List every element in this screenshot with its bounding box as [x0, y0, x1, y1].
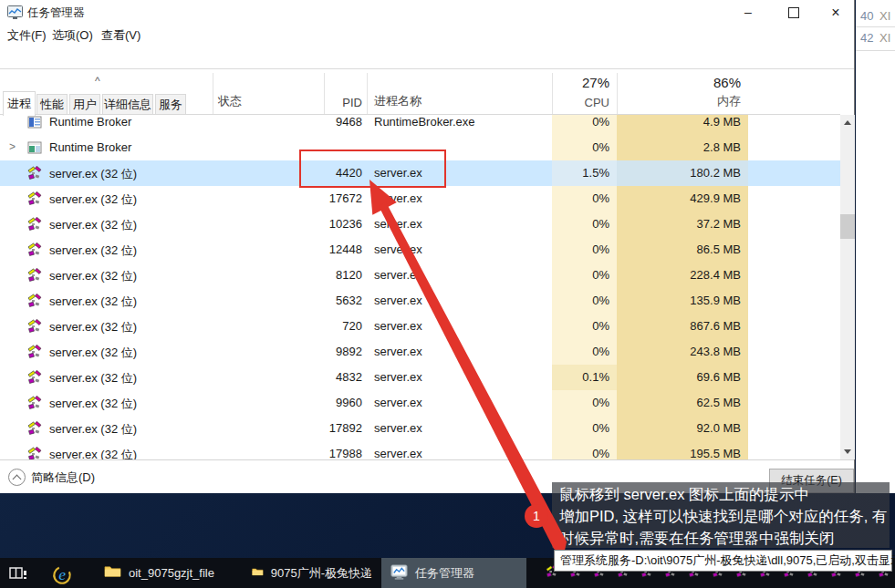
server-icon	[27, 268, 42, 283]
header-mem[interactable]: 内存	[617, 93, 741, 109]
expand-chevron-icon[interactable]: >	[9, 140, 16, 153]
taskbar-task-button[interactable]: oit_9075gzjt_file	[95, 558, 232, 588]
details-toggle[interactable]: 简略信息(D)	[31, 469, 95, 486]
process-name: server.ex (32 位)	[49, 319, 137, 335]
vertical-scrollbar[interactable]	[840, 115, 855, 459]
process-cpu: 0%	[552, 314, 617, 339]
process-pid: 9468	[274, 115, 362, 129]
close-button[interactable]: ×	[819, 0, 852, 25]
annotation-line: 时候异常时,需要在任务管理器中强制关闭	[559, 527, 890, 549]
process-cpu: 0%	[552, 263, 617, 288]
table-row[interactable]: server.ex (32 位)17892server.ex0%92.0 MB	[0, 416, 840, 441]
taskbar-button-label: 任务管理器	[415, 565, 474, 582]
scroll-up-arrow[interactable]	[840, 115, 855, 130]
process-memory: 4.9 MB	[617, 115, 748, 135]
annotation-caption: 鼠标移到 server.ex 图标上面的提示中 增加PID, 这样可以快速找到是…	[552, 482, 890, 548]
taskbar-ie-button[interactable]: e	[51, 558, 78, 588]
header-cpu-total: 27%	[552, 75, 609, 90]
process-memory: 180.2 MB	[617, 160, 748, 186]
table-row[interactable]: server.ex (32 位)10236server.ex0%37.2 MB	[0, 211, 840, 237]
scroll-down-arrow[interactable]	[840, 444, 855, 459]
process-name: server.ex (32 位)	[49, 166, 137, 182]
process-memory: 228.4 MB	[617, 263, 748, 288]
tab-processes[interactable]: 进程	[3, 91, 36, 116]
process-pid: 9960	[274, 396, 362, 409]
maximize-icon	[788, 7, 799, 18]
bg-cell: XI	[879, 31, 890, 45]
process-memory: 92.0 MB	[617, 416, 748, 441]
tray-tooltip: 管理系统服务-D:\oit\9075广州-极兔快递\dll,9075,已启动,双…	[554, 550, 892, 572]
table-row[interactable]: server.ex (32 位)4420server.ex1.5%180.2 M…	[0, 160, 840, 186]
header-status[interactable]: 状态	[218, 93, 242, 109]
process-memory: 429.9 MB	[617, 186, 748, 211]
maximize-button[interactable]	[777, 0, 810, 25]
table-row[interactable]: server.ex (32 位)9892server.ex0%243.8 MB	[0, 339, 840, 365]
process-memory: 2.8 MB	[617, 135, 748, 160]
badge-number: 1	[533, 509, 540, 523]
header-proc[interactable]: 进程名称	[374, 93, 421, 109]
sort-ascending-icon: ^	[95, 75, 100, 88]
process-name: Runtime Broker	[49, 115, 131, 129]
header-pid[interactable]: PID	[324, 96, 362, 109]
process-list: Runtime Broker9468RuntimeBroker.exe0%4.9…	[0, 115, 840, 459]
process-exe-name: server.ex	[374, 447, 422, 459]
process-name: server.ex (32 位)	[49, 421, 137, 438]
header-cpu[interactable]: CPU	[552, 96, 609, 109]
server-icon	[27, 191, 42, 206]
taskbar-task-button[interactable]: 9075广州-极兔快递	[243, 558, 372, 588]
scrollbar-thumb[interactable]	[840, 214, 855, 239]
table-row[interactable]: server.ex (32 位)17988server.ex0%195.5 MB	[0, 441, 840, 459]
table-row[interactable]: server.ex (32 位)720server.ex0%867.6 MB	[0, 314, 840, 339]
table-row[interactable]: >Runtime Broker0%2.8 MB	[0, 135, 840, 160]
column-separator[interactable]	[367, 73, 368, 114]
table-row[interactable]: server.ex (32 位)12448server.ex0%86.5 MB	[0, 237, 840, 263]
process-exe-name: server.ex	[374, 268, 422, 282]
menu-file[interactable]: 文件(F)	[7, 27, 47, 44]
taskbar-task-button[interactable]: 任务管理器	[381, 558, 526, 588]
grid-line	[856, 50, 895, 51]
server-icon	[27, 166, 42, 181]
annotation-line: 增加PID, 这样可以快速找到是哪个对应的任务, 有	[559, 505, 890, 527]
process-memory: 243.8 MB	[617, 339, 748, 365]
table-row[interactable]: server.ex (32 位)8120server.ex0%228.4 MB	[0, 263, 840, 288]
folder-icon	[104, 564, 121, 583]
process-exe-name: server.ex	[374, 396, 422, 409]
minimize-button[interactable]: –	[732, 0, 765, 25]
process-name: server.ex (32 位)	[49, 191, 137, 208]
app-window-icon	[27, 115, 42, 129]
process-cpu: 0%	[552, 186, 617, 211]
process-name: server.ex (32 位)	[49, 370, 137, 387]
title-bar[interactable]: 任务管理器 – ×	[0, 0, 854, 25]
process-name: server.ex (32 位)	[49, 294, 137, 310]
process-pid: 9892	[274, 345, 362, 358]
process-name: server.ex (32 位)	[49, 345, 137, 361]
server-icon	[27, 242, 42, 257]
bg-cell: 42	[860, 31, 873, 45]
process-memory: 867.6 MB	[617, 314, 748, 339]
process-memory: 37.2 MB	[617, 211, 748, 237]
process-cpu: 0%	[552, 237, 617, 263]
column-separator[interactable]	[213, 73, 213, 114]
collapse-details-icon[interactable]	[8, 469, 26, 486]
svg-text:e: e	[58, 565, 66, 583]
table-row[interactable]: Runtime Broker9468RuntimeBroker.exe0%4.9…	[0, 115, 840, 135]
process-cpu: 0%	[552, 211, 617, 237]
taskbar-desktop-button[interactable]	[7, 558, 35, 588]
menu-view[interactable]: 查看(V)	[101, 27, 140, 44]
process-pid: 12448	[274, 242, 362, 256]
bg-cell: 40	[860, 9, 873, 23]
process-name: server.ex (32 位)	[49, 242, 137, 259]
menu-options[interactable]: 选项(O)	[52, 27, 93, 44]
process-exe-name: server.ex	[374, 421, 422, 435]
process-memory: 86.5 MB	[617, 237, 748, 263]
table-row[interactable]: server.ex (32 位)9960server.ex0%62.5 MB	[0, 390, 840, 416]
process-pid: 4832	[274, 370, 362, 384]
process-cpu: 0%	[552, 339, 617, 365]
table-row[interactable]: server.ex (32 位)5632server.ex0%135.9 MB	[0, 288, 840, 314]
table-row[interactable]: server.ex (32 位)4832server.ex0.1%69.6 MB	[0, 365, 840, 390]
table-row[interactable]: server.ex (32 位)17672server.ex0%429.9 MB	[0, 186, 840, 211]
process-exe-name: server.ex	[374, 294, 422, 307]
ie-icon: e	[51, 564, 73, 583]
process-pid: 4420	[274, 166, 362, 180]
process-exe-name: server.ex	[374, 345, 422, 358]
